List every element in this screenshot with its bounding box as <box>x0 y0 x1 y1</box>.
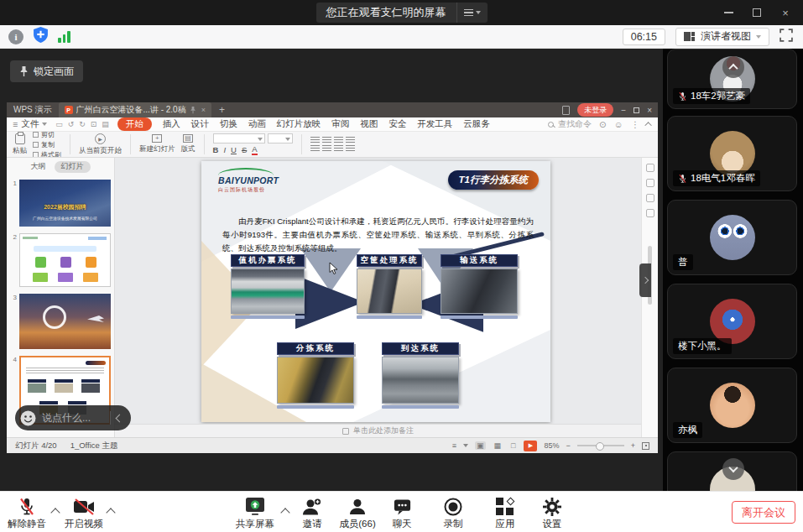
chat-input-placeholder[interactable]: 说点什么... <box>42 411 104 425</box>
font-tools: B I U S A <box>213 133 293 155</box>
layout-tool: ▤版式 <box>181 134 196 154</box>
participant-name-tag: 普 <box>673 254 693 270</box>
participant-tile[interactable]: 楼下小黑。 <box>667 284 797 359</box>
command-search: 查找命令 <box>548 118 592 130</box>
play-icon: ▶ <box>95 133 106 144</box>
unmute-label: 解除静音 <box>8 518 46 530</box>
meeting-info-icon[interactable]: i <box>8 29 23 44</box>
meeting-bottom-toolbar: 解除静音 开启视频 共享屏幕 邀请 成员(66) 聊天 录制 应用 设置 离开会… <box>0 491 803 532</box>
rail-icon <box>646 179 654 187</box>
meeting-toolbar: i 06:15 演讲者视图 <box>0 25 803 49</box>
watching-options-button[interactable] <box>457 3 488 23</box>
participant-name-tag: 18车2郭艺豪 <box>673 88 750 104</box>
wps-app-name: WPS 演示 <box>7 104 59 116</box>
participant-tile[interactable]: 18电气1邓春晖 <box>667 116 797 191</box>
watching-label: 您正在观看支仁明的屏幕 <box>316 5 456 20</box>
window-titlebar: 您正在观看支仁明的屏幕 × <box>0 0 803 25</box>
chevron-down-icon <box>463 444 468 447</box>
logo-text: BAIYUNPORT <box>218 176 279 186</box>
reading-view-icon: □ <box>509 441 517 450</box>
notes-placeholder: 单击此处添加备注 <box>353 425 414 436</box>
ribbon-tab-design: 设计 <box>191 118 209 130</box>
avatar <box>710 131 755 176</box>
security-shield-icon[interactable] <box>34 27 48 46</box>
play-from-current-tool: ▶从当前页开始 <box>79 133 122 156</box>
chevron-down-icon <box>42 123 47 126</box>
layout-icon: ▤ <box>183 134 193 143</box>
scroll-up-button[interactable] <box>722 56 744 78</box>
record-button[interactable]: 录制 <box>428 496 478 530</box>
view-mode-button[interactable]: 演讲者视图 <box>675 28 769 46</box>
underline-button: U <box>231 145 237 154</box>
strikethrough-button: S <box>242 145 247 154</box>
mouse-cursor <box>329 262 338 279</box>
apps-button[interactable]: 应用 <box>480 496 530 530</box>
wps-menubar: ≡文件 ▭↺↻⊡▤ 开始 插入 设计 切换 动画 幻灯片放映 审阅 视图 安全 … <box>7 117 658 132</box>
speaker-view-icon <box>684 32 696 41</box>
invite-person-icon <box>302 496 322 517</box>
pushpin-icon <box>19 66 29 77</box>
sorting-photo <box>277 357 354 404</box>
network-signal-icon[interactable] <box>58 31 70 43</box>
participant-name: 18电气1邓春晖 <box>691 172 755 185</box>
notes-toggle-icon: ≡ <box>452 441 456 450</box>
system-box-arrival: 到达系统 <box>382 342 459 409</box>
theme-name: 1_Office 主题 <box>70 441 118 451</box>
chat-quick-input[interactable]: 说点什么... <box>15 405 131 430</box>
paragraph-tools <box>310 137 355 153</box>
chat-button[interactable]: 聊天 <box>377 496 427 530</box>
fullscreen-button[interactable] <box>780 29 793 45</box>
chevron-down-icon <box>476 11 481 14</box>
share-screen-button[interactable]: 共享屏幕 <box>230 496 280 530</box>
wps-ribbon-toolbar: 粘贴 剪切 复制 格式刷 ▶从当前页开始 +新建幻灯片 ▤版式 B I U S … <box>7 132 658 158</box>
mic-muted-icon <box>18 496 36 517</box>
participant-tile[interactable]: 普 <box>667 200 797 275</box>
maximize-button[interactable] <box>743 0 771 25</box>
panel-tabs: 大纲 幻灯片 <box>7 160 114 173</box>
scroll-down-button[interactable] <box>722 458 744 480</box>
smiley-icon[interactable] <box>20 410 36 426</box>
thumb1-title: 2022届校园招聘 <box>19 203 111 211</box>
logo-subtext: 白云国际机场股份 <box>218 186 279 194</box>
participant-tile[interactable]: 亦枫 <box>667 368 797 443</box>
slide-editing-area: BAIYUNPORT 白云国际机场股份 T1行李分拣系统 由丹麦FKI Cris… <box>115 158 641 437</box>
unmute-button[interactable]: 解除静音 <box>2 496 52 530</box>
participant-name-tag: 亦枫 <box>673 422 702 438</box>
mic-muted-icon <box>678 174 687 184</box>
list-icon <box>464 9 473 16</box>
participant-name: 18车2郭艺豪 <box>691 90 745 102</box>
font-family-dropdown <box>213 133 265 143</box>
ribbon-tab-slideshow: 幻灯片放映 <box>277 118 321 130</box>
participant-name-tag: 楼下小黑。 <box>673 338 732 354</box>
wps-titlebar: WPS 演示 P 广州白云空港设备...讲 - 2.0稿 × + 未登录 − × <box>7 102 658 117</box>
doc-mode-icon <box>562 106 570 115</box>
ribbon-tab-transition: 切换 <box>220 118 237 130</box>
ribbon-tab-devtools: 开发工具 <box>417 118 452 130</box>
sidebar-collapse-handle[interactable] <box>639 263 651 297</box>
slides-tab: 幻灯片 <box>55 161 91 173</box>
start-video-button[interactable]: 开启视频 <box>59 496 109 530</box>
zoom-out-icon: − <box>566 441 570 450</box>
chat-label: 聊天 <box>393 518 412 530</box>
cut-icon <box>33 132 39 138</box>
meeting-status-icons: i <box>8 25 70 48</box>
format-painter-icon <box>33 152 39 158</box>
slide-2-thumbnail <box>19 233 111 287</box>
leave-meeting-button[interactable]: 离开会议 <box>732 501 795 524</box>
wps-file-menu: ≡文件 <box>13 118 47 130</box>
comment-icon: ⊙ <box>599 119 607 129</box>
checkin-photo <box>231 269 305 314</box>
lock-view-button[interactable]: 锁定画面 <box>10 60 83 82</box>
settings-button[interactable]: 设置 <box>527 496 577 530</box>
avatar <box>710 383 755 428</box>
notes-bar: 单击此处添加备注 <box>115 424 641 437</box>
rail-icon <box>646 194 654 202</box>
italic-button: I <box>223 145 226 154</box>
meeting-timer: 06:15 <box>623 29 665 45</box>
wps-presentation-icon: P <box>65 106 73 114</box>
smiley-icon: ☺ <box>614 119 623 129</box>
close-button[interactable]: × <box>771 0 800 25</box>
minimize-button[interactable] <box>714 0 743 25</box>
collapse-chat-icon[interactable] <box>116 414 124 422</box>
slide-number: 4 <box>10 356 17 363</box>
